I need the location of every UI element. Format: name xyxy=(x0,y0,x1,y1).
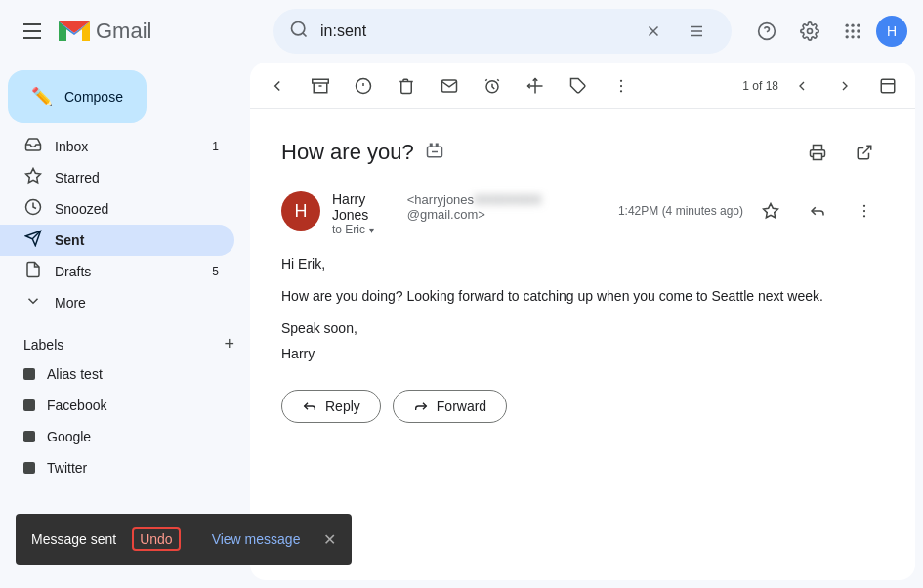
to-line: to Eric ▾ xyxy=(332,223,607,236)
compose-button[interactable]: ✏️ Compose xyxy=(8,70,147,123)
snackbar-message: Message sent xyxy=(31,531,116,547)
menu-button[interactable] xyxy=(16,16,49,47)
drafts-icon xyxy=(23,261,43,282)
svg-point-17 xyxy=(851,35,854,38)
email-body: How are you? H Harry Jones xyxy=(250,109,915,580)
svg-rect-39 xyxy=(814,154,822,160)
svg-point-15 xyxy=(857,29,860,32)
avatar[interactable]: H xyxy=(876,16,907,47)
label-alias-test[interactable]: Alias test xyxy=(0,358,234,390)
topbar-left: Gmail xyxy=(16,16,266,47)
more-message-options-button[interactable] xyxy=(845,191,884,231)
labels-section-header: Labels + xyxy=(0,318,250,358)
snoozed-icon xyxy=(23,198,43,220)
reply-button-header[interactable] xyxy=(798,191,837,231)
add-label-button[interactable]: + xyxy=(224,334,234,355)
back-button[interactable] xyxy=(258,66,297,105)
label-dot-twitter xyxy=(23,462,35,474)
delete-button[interactable] xyxy=(387,66,426,105)
snackbar-undo-button[interactable]: Undo xyxy=(132,527,180,551)
search-bar[interactable] xyxy=(273,9,732,54)
to-dropdown-icon[interactable]: ▾ xyxy=(369,225,374,235)
svg-point-34 xyxy=(620,90,622,92)
label-dot-facebook xyxy=(23,399,35,411)
compose-icon: ✏️ xyxy=(31,86,53,107)
topbar-right-actions: H xyxy=(747,12,907,51)
sidebar-item-starred[interactable]: Starred xyxy=(0,162,234,193)
email-header-actions xyxy=(798,133,884,172)
sidebar-item-inbox[interactable]: Inbox 1 xyxy=(0,131,234,162)
svg-line-1 xyxy=(303,33,307,37)
svg-point-9 xyxy=(808,29,813,34)
email-content: Hi Erik, How are you doing? Looking forw… xyxy=(281,252,884,366)
svg-point-16 xyxy=(846,35,849,38)
svg-marker-41 xyxy=(764,204,778,218)
reply-button[interactable]: Reply xyxy=(281,390,381,423)
search-actions xyxy=(634,12,716,51)
email-meta: 1:42PM (4 minutes ago) xyxy=(618,191,884,231)
label-google[interactable]: Google xyxy=(0,421,234,452)
settings-button[interactable] xyxy=(790,12,829,51)
sidebar-item-drafts[interactable]: Drafts 5 xyxy=(0,256,234,287)
search-options-button[interactable] xyxy=(677,12,716,51)
svg-point-18 xyxy=(857,35,860,38)
snackbar-view-button[interactable]: View message xyxy=(212,531,301,547)
label-twitter-text: Twitter xyxy=(47,460,87,476)
forward-button[interactable]: Forward xyxy=(393,390,507,423)
label-google-text: Google xyxy=(47,429,91,444)
split-view-button[interactable] xyxy=(868,66,907,105)
reply-btn-label: Reply xyxy=(325,399,360,414)
label-dot-google xyxy=(23,431,35,442)
svg-rect-35 xyxy=(881,79,895,93)
svg-point-14 xyxy=(851,29,854,32)
search-input[interactable] xyxy=(320,22,634,40)
starred-label: Starred xyxy=(55,170,219,186)
sidebar-item-more[interactable]: More xyxy=(0,287,234,318)
reply-forward-buttons: Reply Forward xyxy=(281,390,884,423)
more-icon xyxy=(23,292,43,314)
label-facebook-text: Facebook xyxy=(47,398,106,413)
sender-avatar: H xyxy=(281,191,320,231)
sidebar-item-sent[interactable]: Sent xyxy=(0,225,234,256)
gmail-label: Gmail xyxy=(96,19,151,44)
sidebar-item-snoozed[interactable]: Snoozed xyxy=(0,193,234,225)
prev-email-button[interactable] xyxy=(782,66,821,105)
email-timestamp: 1:42PM (4 minutes ago) xyxy=(618,204,743,218)
email-toolbar: 1 of 18 xyxy=(250,63,915,109)
mark-unread-button[interactable] xyxy=(430,66,469,105)
svg-point-11 xyxy=(851,24,854,27)
snoozed-label: Snoozed xyxy=(55,201,219,217)
more-label: More xyxy=(55,295,219,311)
forward-btn-label: Forward xyxy=(437,399,486,414)
label-alias-test-text: Alias test xyxy=(47,366,103,382)
inbox-label: Inbox xyxy=(55,139,200,154)
apps-button[interactable] xyxy=(833,12,872,51)
archive-button[interactable] xyxy=(301,66,340,105)
main-layout: ✏️ Compose Inbox 1 Starred Snoozed xyxy=(0,63,923,588)
star-button[interactable] xyxy=(751,191,790,231)
next-email-button[interactable] xyxy=(825,66,864,105)
print-button[interactable] xyxy=(798,133,837,172)
snooze-label-icon[interactable] xyxy=(426,142,443,164)
more-options-button[interactable] xyxy=(602,66,641,105)
snooze-button[interactable] xyxy=(473,66,512,105)
label-twitter[interactable]: Twitter xyxy=(0,452,234,483)
report-spam-button[interactable] xyxy=(344,66,383,105)
topbar: Gmail xyxy=(0,0,923,63)
svg-marker-19 xyxy=(26,169,41,183)
email-panel: 1 of 18 How are you? xyxy=(250,63,915,580)
sender-email: <harryjonesXXXXXXXX@gmail.com> xyxy=(407,192,607,222)
email-signoff: Speak soon, xyxy=(281,316,884,341)
svg-point-0 xyxy=(292,22,305,35)
sender-info: Harry Jones <harryjonesXXXXXXXX@gmail.co… xyxy=(332,191,607,236)
help-button[interactable] xyxy=(747,12,786,51)
move-to-button[interactable] xyxy=(516,66,555,105)
sidebar: ✏️ Compose Inbox 1 Starred Snoozed xyxy=(0,63,250,588)
svg-line-40 xyxy=(863,146,871,153)
label-facebook[interactable]: Facebook xyxy=(0,390,234,421)
snackbar-close-button[interactable]: ✕ xyxy=(323,530,336,549)
open-in-new-button[interactable] xyxy=(845,133,884,172)
clear-search-button[interactable] xyxy=(634,12,673,51)
labels-button[interactable] xyxy=(559,66,598,105)
pagination: 1 of 18 xyxy=(742,66,864,105)
